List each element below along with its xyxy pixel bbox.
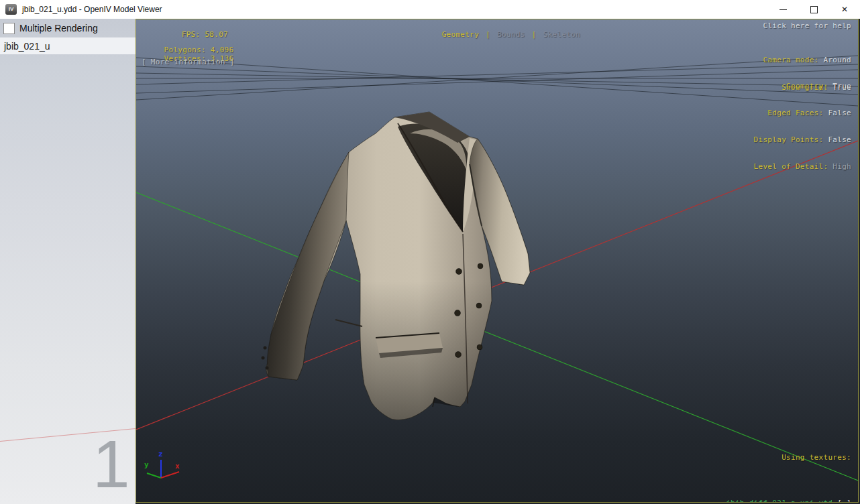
display-points-status: Display Points: False [754,135,851,144]
remove-texture-button[interactable]: [-] [837,499,851,503]
multiple-rendering-label: Multiple Rendering [19,23,98,34]
tab-separator: | [486,30,490,39]
using-textures-heading: Using textures: [689,452,851,463]
openiv-model-viewer-window: IV jbib_021_u.ydd - OpenIV Model Viewer … [0,0,860,504]
maximize-icon [810,6,818,13]
axis-gizmo: z y x [144,450,180,478]
x-axis-label: x [175,462,180,470]
multiple-rendering-checkbox[interactable] [3,23,15,34]
openiv-app-icon: IV [5,4,17,15]
textures-panel: Using textures: jbib_diff_021_a_uni.ytd … [689,429,851,503]
texture-entry: jbib_diff_021_a_uni.ytd [-] [689,486,851,503]
window-controls: ✕ [767,0,860,19]
y-axis-label: y [144,460,149,469]
ground-grid [136,56,858,106]
tab-bounds[interactable]: Bounds [497,30,525,39]
z-axis-label: z [158,450,163,458]
multiple-rendering-row[interactable]: Multiple Rendering [0,19,136,38]
tab-geometry[interactable]: Geometry [442,30,479,39]
minimize-icon [780,9,787,10]
viewport-number-watermark: 1 [93,430,130,497]
render-status: Geometry: True Edged Faces: False Displa… [754,64,851,190]
tab-separator: | [532,30,537,39]
maximize-button[interactable] [798,0,829,19]
edged-faces-status: Edged Faces: False [754,109,851,117]
y-axis-gizmo-line [147,473,161,478]
help-link[interactable]: Click here for help [763,21,851,30]
titlebar: IV jbib_021_u.ydd - OpenIV Model Viewer … [0,0,860,19]
close-icon: ✕ [841,5,848,14]
jacket-model [262,112,531,420]
model-list-item[interactable]: jbib_021_u [0,38,136,54]
close-button[interactable]: ✕ [829,0,860,19]
geometry-status: Geometry: True [754,82,851,90]
view-mode-tabs: Geometry|Bounds|Skeleton [136,21,858,48]
window-title: jbib_021_u.ydd - OpenIV Model Viewer [22,5,162,14]
tab-skeleton[interactable]: Skeleton [543,30,580,39]
level-of-detail-status: Level of Detail: High [754,162,851,171]
model-viewport[interactable]: z y x FPS: 58.07 Polygons: 4,096 Vertice… [136,19,859,503]
more-information-button[interactable]: [ More information ] [142,58,234,66]
welt-pocket [335,320,362,326]
minimize-button[interactable] [767,0,798,19]
x-axis-gizmo-line [161,472,179,478]
texture-name: jbib_diff_021_a_uni.ytd [726,499,832,503]
sidebar: Multiple Rendering jbib_021_u 1 [0,19,136,504]
